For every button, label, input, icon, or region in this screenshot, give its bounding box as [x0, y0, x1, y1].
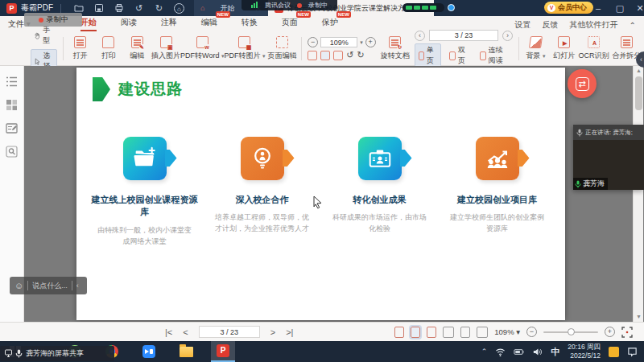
single-page-button[interactable]: 单页 — [415, 43, 441, 68]
continuous-read-icon — [480, 51, 486, 60]
print-button[interactable]: 打印 — [94, 32, 122, 65]
slideshow-button[interactable]: ▶幻灯片 — [550, 32, 578, 65]
battery-icon[interactable] — [514, 347, 524, 357]
fit-page-icon[interactable] — [308, 51, 317, 60]
converter-float-button[interactable]: ⇄ — [568, 69, 597, 98]
fit-visible-icon[interactable] — [427, 327, 436, 338]
menu-tab-convert[interactable]: 转换 — [242, 17, 258, 31]
zoom-out-icon[interactable]: − — [526, 327, 537, 337]
taskbar-app-explorer[interactable] — [174, 341, 198, 362]
notification-center-icon[interactable] — [627, 347, 638, 357]
wifi-icon[interactable] — [495, 347, 506, 357]
thumbnails-panel-icon[interactable] — [6, 99, 18, 111]
chat-collapse-icon[interactable]: ‹ — [76, 282, 79, 290]
open-file-icon[interactable] — [73, 3, 84, 14]
menu-tab-read[interactable]: 阅读 — [121, 17, 137, 31]
menu-tab-page[interactable]: 页面NEW — [282, 17, 298, 31]
page-edit-button[interactable]: 页面编辑 — [265, 32, 299, 65]
collapse-ribbon-icon[interactable]: ⌃ — [630, 21, 636, 30]
zoom-in-icon[interactable]: + — [365, 37, 376, 47]
menu-tab-start[interactable]: 开始 — [80, 17, 97, 31]
search-panel-icon[interactable] — [6, 146, 18, 158]
input-method-indicator[interactable]: 中 — [551, 346, 559, 358]
page-number-field[interactable]: 3 / 23 — [199, 326, 260, 338]
double-page-button[interactable]: 双页 — [446, 44, 472, 67]
recorder-toggle[interactable] — [448, 4, 455, 11]
screen-share-toast[interactable]: 龚芳海的屏幕共享 — [0, 346, 114, 361]
edit-button[interactable]: ✎编辑 — [123, 32, 151, 65]
settings-button[interactable]: 设置 — [515, 19, 531, 31]
hand-tool-button[interactable]: 手型 — [31, 24, 57, 47]
continuous-view-icon[interactable] — [460, 327, 470, 338]
zoom-dropdown-icon[interactable]: ▾ — [360, 39, 363, 46]
fit-width-icon[interactable] — [320, 51, 330, 60]
background-button[interactable]: 背景 ▾ — [522, 32, 550, 65]
taskbar-app-meeting[interactable] — [137, 341, 161, 362]
fit-width-icon[interactable] — [411, 327, 420, 338]
rotate-left-icon[interactable]: ↺ — [346, 50, 353, 60]
emoji-icon[interactable]: ☺ — [14, 281, 23, 290]
minimize-button[interactable]: – — [588, 0, 609, 16]
clock[interactable]: 20:16 周四 2022/5/12 — [568, 343, 601, 360]
continuous-read-button[interactable]: 连续阅读 — [477, 44, 513, 67]
last-page-button[interactable]: >| — [286, 327, 293, 337]
screen-share-label: 龚芳海的屏幕共享 — [26, 348, 84, 359]
recorder-widget[interactable] — [402, 3, 444, 12]
first-page-button[interactable]: |< — [165, 327, 172, 337]
vertical-scrollbar[interactable]: ▲ ▼ — [633, 66, 643, 322]
print-icon[interactable] — [114, 3, 124, 14]
scroll-down-icon[interactable]: ▼ — [634, 312, 644, 322]
pdf-to-word-button[interactable]: wPDF转Word ▾ — [180, 32, 224, 65]
close-button[interactable]: ✕ — [630, 0, 644, 16]
meeting-status-pill[interactable]: 腾讯会议 录制中 — [242, 0, 337, 10]
home-circle-icon[interactable]: ⌂ — [174, 3, 184, 14]
double-page-view-icon[interactable] — [477, 327, 488, 338]
document-canvas[interactable]: 建设思路 建立线上校园创业课程资源库 由特殊到一般，校内小课堂变成网络大课堂 — [24, 66, 633, 322]
open-other-software-button[interactable]: 其他软件打开 — [570, 19, 618, 31]
vip-center-button[interactable]: V 会员中心 — [544, 2, 593, 14]
fit-page-icon[interactable] — [394, 327, 404, 338]
prev-page-button[interactable]: < — [183, 327, 188, 337]
zoom-level-dropdown[interactable]: 109% ▾ — [494, 327, 520, 336]
tray-app-icon[interactable] — [609, 347, 619, 357]
page-number-field[interactable]: 3 / 23 — [429, 30, 498, 41]
pdf-to-image-button[interactable]: ▦PDF转图片 ▾ — [224, 32, 265, 65]
tray-expand-icon[interactable]: ⌃ — [481, 348, 488, 356]
insert-image-button[interactable]: ▣插入图片 — [151, 32, 180, 65]
open-button[interactable]: 打开 — [66, 32, 94, 65]
zoom-slider[interactable] — [543, 331, 598, 333]
home-icon: ⌂ — [200, 4, 204, 12]
maximize-button[interactable]: ▢ — [609, 0, 630, 16]
scrollbar-thumb[interactable] — [635, 76, 642, 110]
divider — [27, 281, 28, 290]
rotate-document-button[interactable]: ↻旋转文档 — [379, 32, 411, 65]
taskbar-app-pdf[interactable]: P — [211, 341, 235, 362]
zoom-level-field[interactable]: 109% — [320, 37, 357, 47]
outline-panel-icon[interactable] — [6, 76, 18, 88]
single-page-view-icon[interactable] — [443, 327, 454, 338]
fullscreen-icon[interactable] — [621, 327, 633, 338]
fit-visible-icon[interactable] — [333, 51, 343, 60]
zoom-in-icon[interactable]: + — [605, 327, 615, 337]
ocr-button[interactable]: AOCR识别 — [579, 32, 609, 65]
zoom-out-icon[interactable]: − — [308, 37, 318, 47]
speaker-icon[interactable] — [532, 347, 543, 357]
annotations-panel-icon[interactable] — [6, 122, 18, 134]
undo-icon[interactable]: ↺ — [134, 3, 144, 14]
meeting-panel[interactable]: 正在讲话: 龚芳海; 龚芳海 — [573, 125, 644, 190]
prev-page-icon[interactable]: ‹ — [415, 31, 425, 41]
feedback-button[interactable]: 反馈 — [543, 19, 559, 31]
chat-placeholder[interactable]: 说点什么... — [32, 281, 68, 291]
menu-tab-edit[interactable]: 编辑NEW — [201, 17, 217, 31]
menu-tab-protect[interactable]: 保护NEW — [322, 17, 338, 31]
zoom-slider-knob[interactable] — [568, 328, 575, 335]
chat-quick-input[interactable]: ☺ 说点什么... ‹ — [10, 277, 87, 294]
next-page-button[interactable]: > — [270, 327, 275, 337]
menu-tab-annotate[interactable]: 注释 — [161, 17, 177, 31]
redo-icon[interactable]: ↻ — [154, 3, 164, 14]
rotate-right-icon[interactable]: ↻ — [357, 50, 364, 60]
save-icon[interactable] — [93, 3, 104, 14]
ocr-icon: A — [588, 36, 600, 48]
participant-video[interactable]: 龚芳海 — [573, 140, 644, 190]
next-page-icon[interactable]: › — [502, 31, 513, 41]
